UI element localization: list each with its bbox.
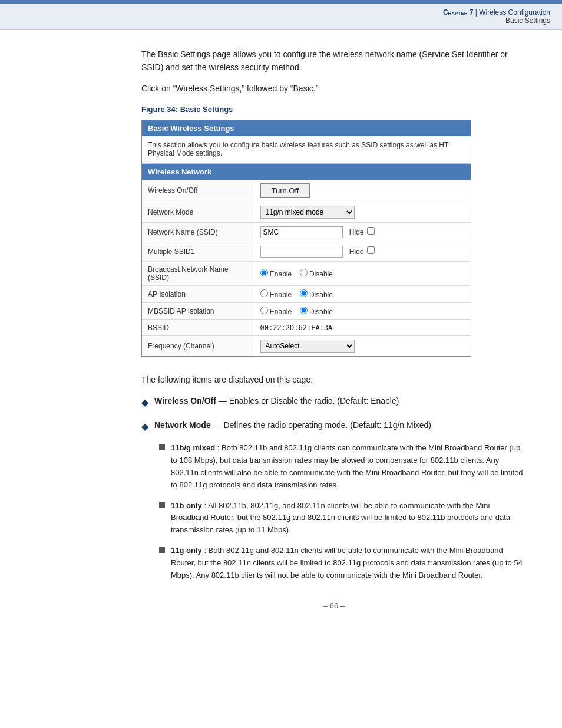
section-header: Basic Wireless Settings	[142, 120, 471, 136]
sub-bullet-term-11bg: 11b/g mixed	[171, 443, 215, 452]
sub-bullet-11g-text: 11g only : Both 802.11g and 802.11n clie…	[171, 545, 527, 581]
sub-bullet-11bg-text: 11b/g mixed : Both 802.11b and 802.11g c…	[171, 442, 527, 491]
sub-bullet-term-11b: 11b only	[171, 501, 202, 510]
bullet-diamond-icon-2: ◆	[141, 419, 148, 434]
bssid-value: 00:22:2D:62:EA:3A	[260, 324, 333, 332]
section-description: This section allows you to configure bas…	[142, 136, 471, 164]
bullet-wireless-onoff-text: Wireless On/Off — Enables or Disable the…	[154, 394, 527, 407]
figure-box: Basic Wireless Settings This section all…	[141, 120, 471, 357]
turn-off-button[interactable]: Turn Off	[260, 183, 310, 198]
bullet-diamond-icon: ◆	[141, 395, 148, 410]
ap-isolation-enable-label: Enable	[260, 291, 294, 299]
broadcast-disable-label: Disable	[300, 270, 333, 278]
row-label: AP Isolation	[142, 285, 254, 302]
wireless-network-header: Wireless Network	[142, 164, 471, 180]
bullet-desc-network-mode: — Defines the radio operating mode. (Def…	[213, 420, 431, 430]
table-row: AP Isolation Enable Disable	[142, 285, 471, 302]
broadcast-radio-group: Enable Disable	[260, 270, 339, 278]
row-label: MBSSID AP Isolation	[142, 302, 254, 319]
hide-label-ssid: Hide	[349, 228, 364, 236]
chapter-subtitle: Basic Settings	[12, 17, 550, 25]
sub-bullet-list: 11b/g mixed : Both 802.11b and 802.11g c…	[159, 442, 527, 581]
multiple-ssid-input[interactable]	[260, 246, 343, 258]
mbssid-enable-label: Enable	[260, 308, 294, 316]
row-value: Hide	[254, 222, 471, 242]
row-value: 11g/n mixed mode 11b/g mixed 11b only 11…	[254, 202, 471, 222]
row-label: Network Mode	[142, 202, 254, 222]
chapter-label: Chapter	[443, 8, 468, 17]
mbssid-disable-radio[interactable]	[300, 307, 308, 314]
hide-label-mssid: Hide	[349, 248, 364, 256]
table-row: Broadcast Network Name (SSID) Enable Dis…	[142, 261, 471, 285]
row-value: Hide	[254, 242, 471, 261]
row-value: 00:22:2D:62:EA:3A	[254, 319, 471, 335]
page-footer: – 66 –	[141, 589, 527, 616]
ap-isolation-enable-radio[interactable]	[260, 289, 268, 297]
page-number: – 66 –	[323, 601, 345, 610]
settings-table: Wireless On/Off Turn Off Network Mode 11…	[142, 180, 471, 356]
row-label: Wireless On/Off	[142, 180, 254, 202]
row-value: Enable Disable	[254, 261, 471, 285]
body-intro: The following items are displayed on thi…	[141, 373, 527, 386]
sub-bullet-square-icon-2	[159, 502, 165, 508]
bullet-network-mode-text: Network Mode — Defines the radio operati…	[154, 419, 527, 431]
broadcast-enable-radio[interactable]	[260, 269, 268, 276]
row-value: Enable Disable	[254, 285, 471, 302]
broadcast-disable-radio[interactable]	[300, 269, 308, 276]
network-mode-select[interactable]: 11g/n mixed mode 11b/g mixed 11b only 11…	[260, 206, 355, 219]
bullet-desc-wireless: — Enables or Disable the radio. (Default…	[219, 396, 399, 406]
row-label: Multiple SSID1	[142, 242, 254, 261]
ap-isolation-disable-radio[interactable]	[300, 289, 308, 297]
table-row: Multiple SSID1 Hide	[142, 242, 471, 261]
row-label: Frequency (Channel)	[142, 335, 254, 356]
bullet-term-network-mode: Network Mode	[154, 420, 211, 430]
sub-bullet-11b: 11b only : All 802.11b, 802.11g, and 802…	[159, 500, 527, 536]
click-instruction: Click on “Wireless Settings,” followed b…	[141, 84, 527, 93]
figure-label: Figure 34: Basic Settings	[141, 105, 527, 114]
sub-bullet-square-icon-3	[159, 547, 165, 553]
table-row: Network Mode 11g/n mixed mode 11b/g mixe…	[142, 202, 471, 222]
broadcast-enable-label: Enable	[260, 270, 294, 278]
bullet-term-wireless: Wireless On/Off	[154, 396, 216, 406]
sub-bullet-11g: 11g only : Both 802.11g and 802.11n clie…	[159, 545, 527, 581]
sub-bullet-square-icon	[159, 444, 165, 450]
row-value: AutoSelect 1 6 11	[254, 335, 471, 356]
main-content: The Basic Settings page allows you to co…	[0, 30, 562, 634]
hide-mssid-checkbox[interactable]	[367, 246, 375, 254]
bullet-wireless-onoff: ◆ Wireless On/Off — Enables or Disable t…	[141, 394, 527, 410]
hide-ssid-checkbox[interactable]	[367, 227, 375, 235]
sub-bullet-desc-11bg: : Both 802.11b and 802.11g clients can c…	[171, 443, 523, 489]
sub-bullet-term-11g: 11g only	[171, 546, 202, 555]
sub-bullet-desc-11g: : Both 802.11g and 802.11n clients will …	[171, 546, 523, 579]
sub-bullet-11bg: 11b/g mixed : Both 802.11b and 802.11g c…	[159, 442, 527, 491]
row-value: Turn Off	[254, 180, 471, 202]
chapter-header: Chapter 7 | Wireless Configuration Basic…	[0, 4, 562, 30]
table-row: BSSID 00:22:2D:62:EA:3A	[142, 319, 471, 335]
bullet-network-mode: ◆ Network Mode — Defines the radio opera…	[141, 419, 527, 434]
ap-isolation-disable-label: Disable	[300, 291, 333, 299]
sub-bullet-11b-text: 11b only : All 802.11b, 802.11g, and 802…	[171, 500, 527, 536]
mbssid-radio-group: Enable Disable	[260, 308, 339, 316]
row-label: Network Name (SSID)	[142, 222, 254, 242]
sub-bullet-desc-11b: : All 802.11b, 802.11g, and 802.11n clie…	[171, 501, 510, 535]
table-row: MBSSID AP Isolation Enable Disable	[142, 302, 471, 319]
mbssid-enable-radio[interactable]	[260, 307, 268, 314]
row-label: BSSID	[142, 319, 254, 335]
ap-isolation-radio-group: Enable Disable	[260, 291, 339, 299]
mbssid-disable-label: Disable	[300, 308, 333, 316]
intro-paragraph: The Basic Settings page allows you to co…	[141, 48, 527, 74]
ssid-input[interactable]	[260, 226, 343, 238]
table-row: Network Name (SSID) Hide	[142, 222, 471, 242]
row-label: Broadcast Network Name (SSID)	[142, 261, 254, 285]
body-section: The following items are displayed on thi…	[141, 373, 527, 582]
row-value: Enable Disable	[254, 302, 471, 319]
table-row: Wireless On/Off Turn Off	[142, 180, 471, 202]
table-row: Frequency (Channel) AutoSelect 1 6 11	[142, 335, 471, 356]
frequency-channel-select[interactable]: AutoSelect 1 6 11	[260, 340, 355, 353]
